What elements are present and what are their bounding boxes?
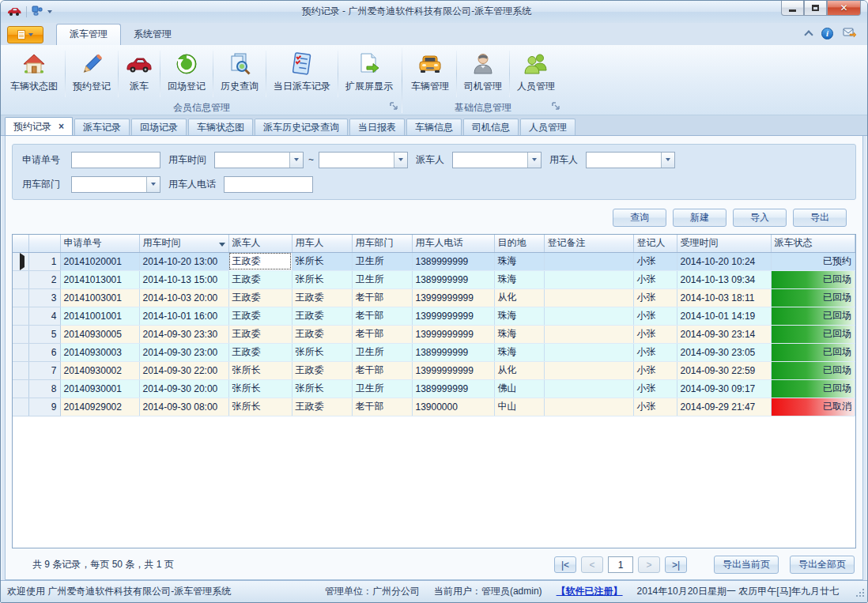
table-cell[interactable] — [544, 398, 633, 416]
table-cell[interactable]: 老干部 — [352, 288, 412, 307]
table-cell[interactable]: 1389999999 — [412, 270, 494, 288]
table-cell[interactable]: 2014-10-13 15:00 — [139, 270, 228, 288]
dispatch-status-cell[interactable]: 已回场 — [771, 325, 855, 343]
table-cell[interactable]: 1389999999 — [412, 252, 494, 270]
table-cell[interactable]: 中山 — [494, 398, 544, 416]
table-cell[interactable]: 张所长 — [228, 379, 292, 398]
chevron-down-icon[interactable] — [661, 153, 674, 168]
chevron-down-icon[interactable] — [146, 177, 160, 192]
table-cell[interactable]: 小张 — [633, 361, 677, 379]
vehicle-manage-button[interactable]: 车辆管理 — [405, 47, 455, 100]
tab-dispatch-history-query[interactable]: 派车历史记录查询 — [255, 119, 348, 135]
table-cell[interactable]: 20140930001 — [60, 379, 139, 398]
dialog-launcher-icon[interactable] — [552, 101, 560, 112]
table-cell[interactable]: 20141013001 — [60, 270, 139, 288]
table-cell[interactable]: 小张 — [633, 325, 677, 343]
last-page-button[interactable]: >| — [665, 556, 687, 573]
tab-daily-report[interactable]: 当日报表 — [349, 119, 405, 135]
table-cell[interactable]: 张所长 — [292, 343, 352, 361]
request-no-input[interactable] — [71, 152, 160, 168]
table-row[interactable]: 3201410030012014-10-03 20:00王政委王政委老干部139… — [13, 288, 855, 307]
table-cell[interactable]: 2014-10-03 20:00 — [139, 288, 228, 307]
row-indicator[interactable] — [13, 361, 28, 379]
table-cell[interactable]: 珠海 — [494, 325, 544, 343]
table-cell[interactable]: 卫生所 — [352, 343, 412, 361]
table-cell[interactable]: 2014-09-30 09:17 — [677, 379, 771, 398]
table-cell[interactable]: 张所长 — [228, 398, 292, 416]
page-number-input[interactable] — [608, 556, 633, 573]
row-number[interactable]: 4 — [28, 307, 60, 325]
phone-input[interactable] — [224, 176, 313, 193]
tab-vehicle-status-map[interactable]: 车辆状态图 — [188, 119, 253, 135]
column-header-registrar[interactable]: 登记人 — [633, 235, 677, 252]
license-link[interactable]: 【软件已注册】 — [557, 585, 623, 598]
table-cell[interactable]: 13900000 — [412, 398, 494, 416]
table-cell[interactable] — [544, 343, 633, 361]
table-cell[interactable] — [544, 288, 633, 307]
department-select[interactable] — [71, 176, 160, 193]
tab-driver-info[interactable]: 司机信息 — [463, 119, 519, 135]
dispatch-status-cell[interactable]: 已回场 — [771, 307, 855, 325]
dispatch-status-cell[interactable]: 已回场 — [771, 379, 855, 398]
layout-icon[interactable] — [32, 6, 43, 18]
column-header-use-time[interactable]: 用车时间 — [139, 235, 228, 252]
table-cell[interactable]: 2014-10-20 13:00 — [139, 252, 228, 270]
dispatch-status-cell[interactable]: 已预约 — [771, 252, 855, 270]
table-cell[interactable]: 2014-10-13 09:34 — [677, 270, 771, 288]
table-cell[interactable]: 珠海 — [494, 343, 544, 361]
table-cell[interactable]: 小张 — [633, 288, 677, 307]
first-page-button[interactable]: |< — [554, 556, 576, 573]
collapse-ribbon-icon[interactable] — [804, 30, 813, 39]
dispatch-status-cell[interactable]: 已回场 — [771, 361, 855, 379]
row-indicator[interactable] — [13, 270, 28, 288]
table-cell[interactable]: 13999999999 — [412, 288, 494, 307]
app-menu-button[interactable] — [7, 26, 43, 43]
table-cell[interactable]: 珠海 — [494, 270, 544, 288]
row-number[interactable]: 3 — [28, 288, 60, 307]
export-button[interactable]: 导出 — [793, 209, 847, 227]
chevron-down-icon[interactable] — [394, 153, 407, 168]
tab-dispatch-records[interactable]: 派车记录 — [74, 119, 130, 135]
table-cell[interactable] — [544, 379, 633, 398]
table-cell[interactable]: 小张 — [633, 270, 677, 288]
table-cell[interactable] — [544, 270, 633, 288]
table-cell[interactable]: 佛山 — [494, 379, 544, 398]
prev-page-button[interactable]: < — [581, 556, 603, 573]
table-cell[interactable] — [544, 307, 633, 325]
table-cell[interactable]: 卫生所 — [352, 252, 412, 270]
table-cell[interactable]: 小张 — [633, 252, 677, 270]
table-cell[interactable]: 老干部 — [352, 398, 412, 416]
table-cell[interactable]: 20140930002 — [60, 361, 139, 379]
table-cell[interactable]: 小张 — [633, 398, 677, 416]
tab-return-records[interactable]: 回场记录 — [131, 119, 187, 135]
table-cell[interactable]: 卫生所 — [352, 270, 412, 288]
column-header-request-no[interactable]: 申请单号 — [60, 235, 139, 252]
table-cell[interactable]: 13999999999 — [412, 307, 494, 325]
table-cell[interactable]: 2014-09-29 21:47 — [677, 398, 771, 416]
table-cell[interactable]: 小张 — [633, 379, 677, 398]
column-header-dispatcher[interactable]: 派车人 — [228, 235, 292, 252]
table-cell[interactable]: 13999999999 — [412, 325, 494, 343]
table-cell[interactable]: 2014-09-30 08:00 — [139, 398, 228, 416]
car-user-select[interactable] — [586, 152, 675, 168]
table-row[interactable]: 8201409300012014-09-30 20:00张所长张所长卫生所138… — [13, 379, 855, 398]
tab-close-icon[interactable]: × — [58, 122, 64, 131]
query-button[interactable]: 查询 — [613, 209, 666, 227]
today-dispatch-records-button[interactable]: 当日派车记录 — [267, 47, 337, 100]
import-button[interactable]: 导入 — [733, 209, 787, 227]
row-number[interactable]: 1 — [28, 252, 60, 270]
table-cell[interactable]: 1389999999 — [412, 379, 494, 398]
next-page-button[interactable]: > — [638, 556, 660, 573]
table-cell[interactable]: 20140930005 — [60, 325, 139, 343]
table-row[interactable]: 6201409300032014-09-30 23:00王政委张所长卫生所138… — [13, 343, 855, 361]
resize-grip[interactable] — [856, 589, 865, 600]
table-row[interactable]: 9201409290022014-09-30 08:00张所长王政委老干部139… — [13, 398, 855, 416]
row-indicator[interactable] — [13, 307, 28, 325]
column-header-accept-time[interactable]: 受理时间 — [677, 235, 771, 252]
column-header-remark[interactable]: 登记备注 — [544, 235, 633, 252]
row-number[interactable]: 9 — [28, 398, 60, 416]
table-cell[interactable]: 从化 — [494, 288, 544, 307]
chevron-down-icon[interactable] — [289, 153, 303, 168]
dispatch-status-cell[interactable]: 已回场 — [771, 343, 855, 361]
use-time-from-select[interactable] — [214, 152, 304, 168]
